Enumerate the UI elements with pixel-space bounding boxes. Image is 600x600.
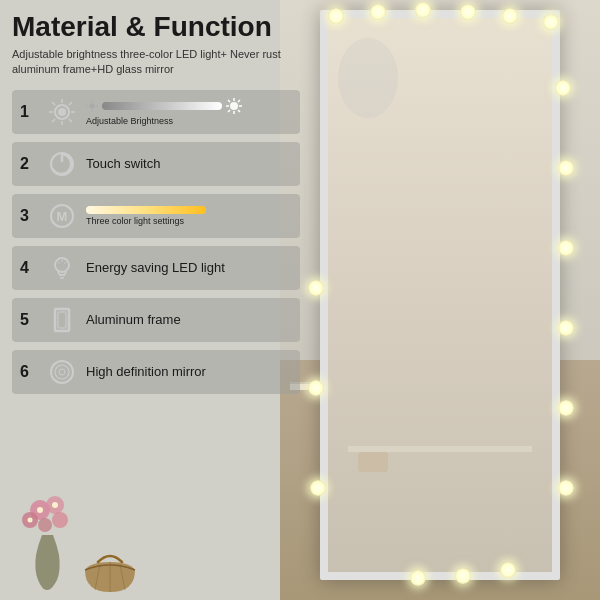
mirror-scene	[328, 18, 552, 572]
feature-item-6: 6 High definition mirror	[12, 350, 300, 394]
feature-number-1: 1	[20, 103, 40, 121]
bulb-left-1	[310, 480, 326, 496]
touch-switch-label: Touch switch	[86, 156, 292, 171]
bulb-right-3	[558, 240, 574, 256]
bulb-bottom-1	[500, 562, 516, 578]
brightness-bar	[86, 98, 292, 114]
feature-number-6: 6	[20, 363, 40, 381]
bulb-right-6	[558, 480, 574, 496]
svg-line-20	[228, 100, 230, 102]
feature-2-content: Touch switch	[86, 156, 292, 171]
bulb-icon	[46, 252, 78, 284]
svg-text:M: M	[57, 209, 68, 224]
feature-4-content: Energy saving LED light	[86, 260, 292, 275]
flowers	[10, 480, 90, 560]
svg-point-42	[38, 518, 52, 532]
feature-3-content: Three color light settings	[86, 206, 292, 226]
svg-point-38	[59, 369, 65, 375]
bulb-right-1	[555, 80, 571, 96]
svg-line-33	[65, 262, 67, 264]
sun-brightness-icon	[46, 96, 78, 128]
feature-item-4: 4 Energy saving LED light	[12, 246, 300, 290]
feature-number-5: 5	[20, 311, 40, 329]
aluminum-label: Aluminum frame	[86, 312, 292, 327]
svg-point-10	[90, 103, 95, 108]
svg-rect-35	[58, 312, 66, 328]
feature-number-4: 4	[20, 259, 40, 277]
svg-point-45	[28, 518, 33, 523]
power-touch-icon	[46, 148, 78, 180]
mode-icon: M	[46, 200, 78, 232]
bulb-right-5	[558, 400, 574, 416]
bulb-bottom-2	[455, 568, 471, 584]
bulb-bottom-3	[410, 570, 426, 586]
svg-line-23	[228, 110, 230, 112]
feature-number-3: 3	[20, 207, 40, 225]
color-bar	[86, 206, 206, 214]
feature-number-2: 2	[20, 155, 40, 173]
bulb-left-3	[308, 280, 324, 296]
svg-point-1	[58, 108, 66, 116]
bright-sun-icon	[226, 98, 242, 114]
feature-item-5: 5 Aluminum frame	[12, 298, 300, 342]
svg-point-37	[55, 365, 69, 379]
bulb-top-3	[415, 2, 431, 18]
bulb-top-6	[543, 14, 559, 30]
mirror-label: High definition mirror	[86, 364, 292, 379]
svg-point-36	[51, 361, 73, 383]
main-title: Material & Function	[12, 12, 300, 43]
svg-line-9	[52, 119, 55, 122]
subtitle: Adjustable brightness three-color LED li…	[12, 47, 300, 78]
brightness-track	[102, 102, 222, 110]
bulb-top-5	[502, 8, 518, 24]
feature-5-content: Aluminum frame	[86, 312, 292, 327]
feature-item-1: 1	[12, 90, 300, 134]
bulb-top-1	[328, 8, 344, 24]
bulb-top-4	[460, 4, 476, 20]
mirror-frame	[320, 10, 560, 580]
energy-label: Energy saving LED light	[86, 260, 292, 275]
feature-item-2: 2 Touch switch	[12, 142, 300, 186]
mirror-icon	[46, 356, 78, 388]
mirror-area	[280, 0, 600, 600]
svg-line-21	[238, 110, 240, 112]
svg-line-32	[58, 262, 60, 264]
svg-point-43	[52, 512, 68, 528]
feature-6-content: High definition mirror	[86, 364, 292, 379]
svg-point-46	[52, 502, 58, 508]
svg-point-44	[37, 507, 43, 513]
decoration-area	[0, 480, 160, 600]
color-bar-container	[86, 206, 292, 214]
svg-point-15	[230, 102, 238, 110]
bulb-right-2	[558, 160, 574, 176]
dim-sun-icon	[86, 100, 98, 112]
brightness-label: Adjustable Brightness	[86, 116, 292, 126]
bulb-left-2	[308, 380, 324, 396]
svg-line-7	[69, 119, 72, 122]
svg-line-22	[238, 100, 240, 102]
svg-line-8	[69, 102, 72, 105]
basket	[80, 550, 140, 595]
bulb-right-4	[558, 320, 574, 336]
svg-line-6	[52, 102, 55, 105]
feature-item-3: 3 M Three color light settings	[12, 194, 300, 238]
frame-icon	[46, 304, 78, 336]
feature-1-content: Adjustable Brightness	[86, 98, 292, 126]
color-label: Three color light settings	[86, 216, 292, 226]
bulb-top-2	[370, 4, 386, 20]
